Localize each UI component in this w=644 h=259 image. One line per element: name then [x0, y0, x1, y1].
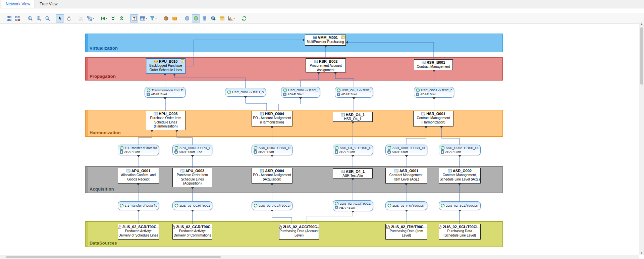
tx-asr-o001-hsr-o001[interactable]: ASR_O001 -> HSR_O001AABAP Start: [385, 145, 427, 155]
transform-title: ASR_O4_1 -> HSR_O4_1: [340, 146, 371, 150]
table-view-icon[interactable]: ▾: [139, 14, 148, 22]
horizontal-scrollbar[interactable]: [0, 255, 639, 259]
scroll-up-button[interactable]: ▲: [639, 21, 644, 26]
abap-icon: A: [335, 150, 338, 154]
svg-text:A: A: [147, 93, 149, 96]
zoom-fit-icon[interactable]: [35, 14, 43, 22]
refresh-icon[interactable]: [240, 14, 248, 22]
transform-subtitle-row: AABAP Start: [335, 150, 371, 154]
select-tool-icon[interactable]: [56, 14, 64, 22]
dso-icon: [314, 59, 318, 63]
tx-hsr-o4-1-rsr-b002[interactable]: HSR_O4_1 -> RSR_B002AABAP Start: [335, 87, 373, 98]
dso-icon: [341, 169, 345, 173]
vertical-scrollbar[interactable]: ▲ ▼: [639, 21, 644, 255]
vertical-scroll-thumb[interactable]: [640, 28, 643, 85]
node-asr-o001[interactable]: ASR_O001Contract Management,Item Level (…: [385, 168, 427, 184]
node-subtitle: (Harmonization): [421, 120, 445, 125]
node-asr-o002[interactable]: ASR_O002Contract Management,Schedule Lin…: [439, 168, 481, 184]
node-ds-2lis-02-sgr[interactable]: 2LIS_02_SGR/T90C...Produced Activity:Del…: [118, 224, 159, 240]
node-ds-2lis-02-acc[interactable]: 2LIS_02_ACC/T90C...Purchasing Data (Acco…: [279, 224, 319, 240]
svg-text:A: A: [335, 151, 337, 154]
node-subtitle: Contract Management,: [389, 173, 424, 177]
hierarchy-view-icon[interactable]: ▾: [86, 14, 95, 22]
tx-hsr-o004-rsr-b002[interactable]: HSR_O004 -> RSR_B002AABAP Start: [281, 87, 320, 98]
toolbar-separator: [24, 15, 24, 21]
package-icon[interactable]: [162, 14, 170, 22]
node-asr-o004[interactable]: ASR_O004PO - Account Assignment(Acquisit…: [252, 168, 292, 184]
node-rpu-b010[interactable]: RPU_B010Backlogged PurchaseOrder Schedul…: [146, 58, 185, 74]
zoom-in-icon[interactable]: [26, 14, 34, 22]
transform-subtitle: ABAP Start, End: [179, 150, 202, 154]
tab-network-view[interactable]: Network View: [1, 0, 35, 8]
pin-layout-icon[interactable]: [14, 14, 22, 22]
node-subtitle: MultiProvider Purchasing: [307, 40, 344, 44]
node-subtitle: (Schedule Line Level): [443, 234, 476, 238]
text-tool-icon[interactable]: [130, 14, 138, 22]
zoom-out-icon[interactable]: [44, 14, 52, 22]
infoarea-icon[interactable]: [171, 14, 179, 22]
transform-icon: [283, 88, 287, 92]
node-ds-2lis-02-itm[interactable]: 2LIS_02_ITM/T90C...Purchasing Data (Item…: [385, 224, 427, 240]
node-title: APU_O003: [185, 168, 204, 173]
dso-icon: [421, 112, 425, 116]
pan-tool-icon[interactable]: [65, 14, 73, 22]
node-subtitle: Purchasing Data (Item: [390, 229, 423, 234]
datasource-toggle-icon[interactable]: [218, 14, 226, 22]
datasource-icon: [439, 225, 442, 229]
node-hsr-o4-1[interactable]: HSR_O4_1HSR_O4_1: [333, 112, 373, 122]
node-vmm-m001[interactable]: VMM_M001MultiProvider Purchasing: [305, 35, 346, 46]
transform-icon: [387, 146, 391, 150]
node-ds-2lis-02-scl[interactable]: 2LIS_02_SCL/T90CL...Purchasing Data(Sche…: [439, 224, 481, 240]
node-apu-o001[interactable]: APU_O001Allocation Confirm. andGoods Rec…: [118, 168, 159, 184]
diagram-canvas[interactable]: VirtualizationPropagationHarmonizationAc…: [0, 0, 644, 259]
node-hpu-o003[interactable]: HPU_O003Purchase Order ItemSchedule Line…: [146, 111, 185, 130]
horizontal-scroll-thumb[interactable]: [6, 256, 221, 258]
node-ds-2lis-02-cgr[interactable]: 2LIS_02_CGR/T90C...Produced Activity:Del…: [172, 224, 212, 240]
node-hsr-o001[interactable]: HSR_O001Contract Management(Harmonizatio…: [413, 111, 453, 126]
node-apu-o003[interactable]: APU_O003Purchase Order ItemSchedule Line…: [172, 168, 212, 187]
tx-apu-o003-hpu-o003[interactable]: APU_O003 -> HPU_O003AABAP Start, End: [172, 145, 212, 155]
svg-text:A: A: [441, 151, 443, 154]
tx-2lis-02-scl[interactable]: 2LIS_02_SCL/T90CLNT090 ->...: [439, 201, 481, 210]
node-asr-o4-1[interactable]: ASR_O4_1ASR Test Alin: [333, 168, 373, 178]
node-rsr-b002[interactable]: RSR_B002Procurement AccountAssignment: [306, 58, 346, 72]
tx-asr-o004-hsr-o004[interactable]: ASR_O004 -> HSR_O004AABAP Start: [252, 145, 292, 155]
tx-hsr-o001-rsr-b001[interactable]: HSR_O001 -> RSR_B001AABAP Start: [414, 87, 454, 98]
node-subtitle: Allocation Confirm. and: [121, 173, 156, 177]
tx-hsr-o004-rpu-b010[interactable]: HSR_O004 -> RPU_B010: [225, 88, 266, 97]
node-hsr-o004[interactable]: HSR_O004PO - Account Assignment(Harmoniz…: [252, 111, 292, 126]
openhub-toggle-icon[interactable]: [209, 14, 217, 22]
tx-2lis-02-acc-1[interactable]: 2LIS_02_ACC/T90CLNT090 ->...: [252, 201, 292, 210]
note-icon[interactable]: [341, 35, 345, 39]
infocube-toggle-icon[interactable]: [192, 14, 200, 22]
node-title: HSR_O4_1: [346, 112, 365, 117]
chart-icon[interactable]: ▾: [227, 14, 236, 22]
tx-asr-o4-1-hsr-o4-1[interactable]: ASR_O4_1 -> HSR_O4_1AABAP Start: [333, 145, 373, 155]
tx-asr-o002-hsr-o001[interactable]: ASR_O002 -> HSR_O001AABAP Start: [439, 145, 481, 155]
multiprovider-toggle-icon[interactable]: [201, 14, 209, 22]
transform-title: 2LIS_02_CGR/T90CLNT090 ->...: [179, 204, 210, 208]
tx-2lis-02-cgr[interactable]: 2LIS_02_CGR/T90CLNT090 ->...: [172, 201, 212, 210]
filter-icon[interactable]: ▾: [149, 14, 158, 22]
transform-subtitle: ABAP Start: [420, 92, 436, 96]
note-icon[interactable]: [181, 59, 184, 63]
node-subtitle: HSR_O4_1: [344, 117, 361, 121]
svg-text:A: A: [254, 151, 256, 154]
tx-dso-hp-rpu[interactable]: Transformation from DSO HP...AABAP Start: [145, 87, 185, 98]
tx-2lis-02-acc-2[interactable]: 2LIS_02_ACC/T90CLNT090 ->...AABAP Start: [333, 200, 373, 211]
dso-toggle-icon[interactable]: [183, 14, 191, 22]
tx-2lis-02-itm[interactable]: 2LIS_02_ITM/T90CLNT090 ->...: [385, 201, 427, 210]
toolbar-separator: [238, 15, 238, 21]
transform-title-row: 2LIS_02_ACC/T90CLNT090 ->...: [335, 202, 371, 206]
collapse-all-icon[interactable]: [118, 14, 126, 22]
tx-apu-transfer[interactable]: 1:1 Transfer of data from APU...AABAP St…: [118, 145, 159, 155]
navigate-first-icon[interactable]: ▾: [99, 14, 108, 22]
scroll-down-button[interactable]: ▼: [639, 251, 644, 255]
tx-2lis-transfer[interactable]: 1:1 Transfer of Data from 2LIS...: [118, 201, 159, 210]
arrange-grid-icon[interactable]: [5, 14, 13, 22]
tab-tree-view[interactable]: Tree View: [35, 0, 62, 8]
expand-all-icon[interactable]: [109, 14, 117, 22]
node-title: RSR_B002: [319, 59, 338, 64]
layer-band-strip: [86, 110, 88, 136]
node-rsr-b001[interactable]: RSR_B001Contract Management: [414, 59, 453, 70]
